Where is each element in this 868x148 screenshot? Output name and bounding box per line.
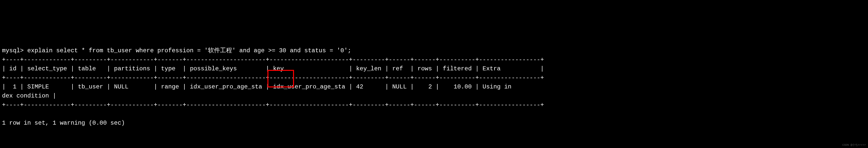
sql-command: explain select * from tb_user where prof… [27, 47, 351, 54]
watermark-text: CSDN @小七rrrrr [842, 143, 866, 147]
table-headers: | id | select_type | table | partitions … [2, 65, 544, 72]
table-border-top: +----+-------------+---------+----------… [2, 56, 544, 63]
table-row: | 1 | SIMPLE | tb_user | NULL | range | … [2, 83, 512, 90]
result-summary: 1 row in set, 1 warning (0.00 sec) [2, 120, 125, 126]
table-border-bottom: +----+-------------+---------+----------… [2, 101, 544, 108]
prompt: mysql> [2, 47, 24, 54]
table-row-wrap: dex condition | [2, 92, 56, 99]
table-border-mid: +----+-------------+---------+----------… [2, 75, 544, 81]
mysql-terminal: mysql> explain select * from tb_user whe… [2, 37, 866, 137]
